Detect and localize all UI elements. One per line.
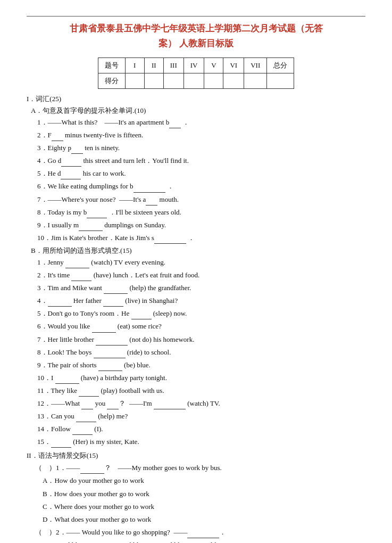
list-item: 10．I (have) a birthday party tonight. (37, 372, 365, 384)
list-item: 5．Don't go to Tony's room．He (sleep) now… (37, 308, 365, 319)
section2-title: II．语法与情景交际(15) (27, 451, 365, 460)
list-item: A．How do your mother go to work (43, 475, 365, 487)
table-cell-I (125, 73, 144, 89)
table-header-IV: IV (184, 58, 204, 73)
list-item: 3．Eighty p ten is ninety. (37, 142, 365, 154)
list-item: B．How does your mother go to work (43, 488, 365, 500)
list-item: A.Yes, I'd like to B. Yes, I'd like C. I… (43, 539, 365, 543)
table-cell-II (144, 73, 163, 89)
list-item: 12．——What you ？ ——I'm (watch) TV. (37, 398, 365, 409)
table-cell-V (204, 73, 223, 89)
title-line1: 甘肃省景泰县五佛中学七年级英语上学期第二次月考试题（无答 (27, 22, 365, 36)
list-item: 1．——What is this? ——It's an apartment b … (37, 117, 365, 128)
list-item: 15． (Her) is my sister, Kate. (37, 436, 365, 448)
table-header-tihao: 题号 (98, 58, 125, 73)
section1-title: I．词汇(25) (27, 94, 365, 104)
list-item: 6．We like eating dumplings for b ． (37, 180, 365, 192)
list-item: 9．The pair of shorts (be) blue. (37, 359, 365, 371)
list-item: D．What does your mother go to work (43, 514, 365, 525)
list-item: 9．I usually m dumplings on Sunday. (37, 219, 365, 231)
table-row-defen: 得分 (98, 73, 125, 89)
list-item: 3．Tim and Mike want (help) the grandfath… (37, 282, 365, 294)
list-item: 6．Would you like (eat) some rice? (37, 320, 365, 332)
list-item: 1．Jenny (watch) TV every evening. (37, 257, 365, 268)
subB-title: B．用所给词的适当形式填空.(15) (31, 246, 365, 256)
list-item: 14．Follow (I). (37, 423, 365, 435)
table-header-I: I (125, 58, 144, 73)
table-header-VII: VII (244, 58, 267, 73)
list-item: 8．Look! The boys (ride) to school. (37, 347, 365, 358)
table-cell-IV (184, 73, 204, 89)
table-cell-VII (244, 73, 267, 89)
list-item: 5．He d his car to work. (37, 168, 365, 179)
list-item: 4． Her father (live) in Shanghai? (37, 295, 365, 307)
subA-title: A．句意及首字母的提示补全单词.(10) (31, 106, 365, 116)
table-cell-total (267, 73, 294, 89)
list-item: 7．Her little brother (not do) his homewo… (37, 334, 365, 345)
list-item: C．Where does your mother go to work (43, 501, 365, 513)
table-header-II: II (144, 58, 163, 73)
list-item: 2．F minus twenty-five is fifteen. (37, 129, 365, 141)
table-header-V: V (204, 58, 223, 73)
list-item: （ ）2．—— Would you like to go shopping? —… (35, 526, 365, 538)
list-item: 13．Can you (help) me? (37, 410, 365, 422)
table-header-III: III (163, 58, 184, 73)
table-header-VI: VI (223, 58, 244, 73)
list-item: 8．Today is my b ．I'll be sixteen years o… (37, 207, 365, 218)
list-item: 4．Go d this street and turn left．You'll … (37, 155, 365, 167)
table-cell-III (163, 73, 184, 89)
title-line2: 案） 人教新目标版 (27, 37, 365, 51)
table-header-total: 总分 (267, 58, 294, 73)
list-item: 7．——Where's your nose? ——It's a mouth. (37, 194, 365, 205)
list-item: 10．Jim is Kate's brother．Kate is Jim's s… (37, 232, 365, 244)
table-cell-VI (223, 73, 244, 89)
list-item: 11．They like (play) football with us. (37, 385, 365, 397)
score-table: 题号 I II III IV V VI VII 总分 得分 (98, 57, 294, 89)
list-item: 2．It's time (have) lunch．Let's eat fruit… (37, 269, 365, 281)
top-divider (27, 16, 365, 17)
list-item: （ ）1．——？ ——My mother goes to work by bus… (35, 462, 365, 474)
